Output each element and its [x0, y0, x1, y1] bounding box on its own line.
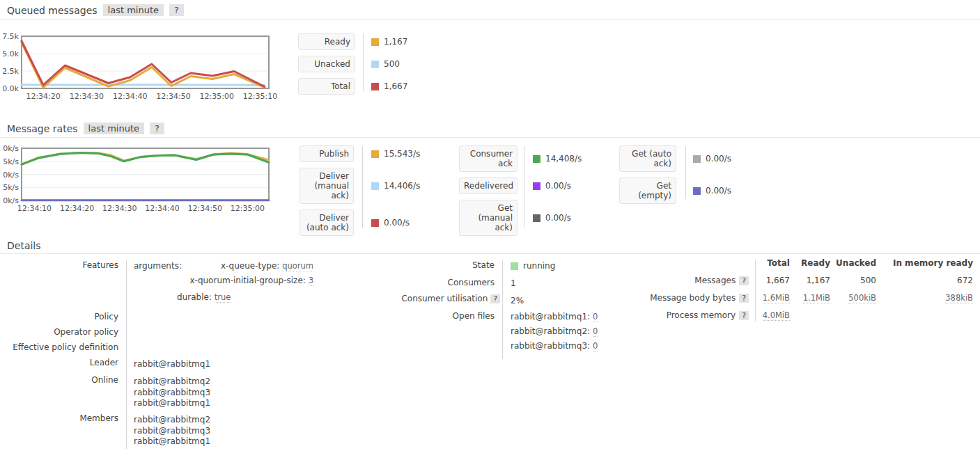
messages-table: TotalReadyUnackedIn memory readyMessages…	[651, 258, 973, 328]
table-value-text: 388kiB	[945, 293, 973, 303]
legend-row: Redelivered0.00/s	[459, 177, 582, 194]
durable-value: true	[215, 292, 231, 303]
node-name: rabbit@rabbitmq1	[134, 398, 210, 409]
queued-legend: Ready1,167Unacked500Total1,667	[298, 33, 407, 95]
legend-button[interactable]: Unacked	[298, 56, 355, 72]
svg-text:10k/s: 10k/s	[3, 170, 19, 180]
legend-value-text: 0.00/s	[706, 186, 731, 196]
effective-policy-label: Effective policy definition	[0, 342, 118, 352]
divider	[685, 146, 686, 199]
legend-value: 14,406/s	[371, 181, 420, 191]
open-files-node: rabbit@rabbitmq2:	[511, 326, 593, 336]
consumer-utilisation-help-icon[interactable]: ?	[490, 294, 500, 303]
details-title: Details	[7, 240, 41, 251]
legend-swatch-icon	[533, 182, 540, 190]
argument-row: x-queue-type: quorum	[174, 261, 313, 271]
table-value: 672	[876, 276, 973, 285]
rates-help-icon[interactable]: ?	[150, 122, 164, 134]
svg-text:12:34:20: 12:34:20	[60, 204, 94, 213]
svg-text:12:35:10: 12:35:10	[243, 92, 277, 101]
table-value-text: 500	[860, 276, 876, 285]
table-value-text: 1.6MiB	[763, 293, 790, 303]
legend-swatch-icon	[533, 155, 540, 163]
legend-button[interactable]: Total	[298, 78, 355, 95]
legend-value: 1,167	[371, 37, 407, 47]
divider	[362, 146, 363, 228]
table-value: 388kiB	[876, 293, 973, 303]
legend-value: 0.00/s	[533, 181, 571, 191]
table-value-text: 4.0MiB	[763, 310, 790, 321]
column-header: Unacked	[830, 258, 876, 268]
queued-time-range-tag[interactable]: last minute	[103, 4, 164, 16]
members-label: Members	[0, 413, 118, 423]
divider	[126, 260, 127, 449]
queued-messages-chart: 0.0k2.5k5.0k7.5k12:34:2012:34:3012:34:40…	[3, 32, 290, 106]
divider	[0, 137, 980, 138]
legend-button[interactable]: Ready	[298, 33, 355, 50]
legend-row: Deliver (auto ack)0.00/s	[300, 209, 420, 236]
legend-button[interactable]: Consumer ack	[459, 145, 518, 172]
row-label-text: Messages	[694, 276, 736, 285]
legend-button[interactable]: Get (manual ack)	[459, 200, 518, 236]
consumers-value: 1	[511, 278, 516, 288]
legend-row: Publish15,543/s	[300, 145, 420, 162]
rates-legend-col1: Publish15,543/sDeliver (manual ack)14,40…	[300, 145, 420, 236]
durable-row: durable: true	[134, 292, 308, 302]
open-files-count: 0	[593, 312, 598, 322]
divider	[524, 146, 524, 228]
argument-key: x-queue-type:	[221, 261, 279, 271]
legend-value: 500	[371, 59, 400, 69]
consumer-utilisation-label: Consumer utilisation ?	[376, 294, 500, 303]
legend-value: 0.00/s	[533, 213, 571, 223]
rates-legend-col2: Consumer ack14,408/sRedelivered0.00/sGet…	[459, 145, 582, 236]
svg-text:12:34:10: 12:34:10	[17, 204, 52, 213]
open-files-label: Open files	[376, 311, 495, 321]
svg-text:12:35:00: 12:35:00	[200, 92, 234, 101]
open-files-count: 0	[593, 341, 598, 351]
row-label: Messages?	[651, 276, 749, 285]
table-value: 1,667	[759, 276, 790, 285]
node-name: rabbit@rabbitmq1	[134, 436, 210, 447]
legend-value-text: 500	[384, 59, 400, 69]
queued-messages-header: Queued messages last minute ?	[7, 4, 184, 16]
legend-row: Consumer ack14,408/s	[459, 145, 582, 172]
rates-time-range-tag[interactable]: last minute	[84, 122, 144, 134]
legend-value: 1,667	[371, 81, 407, 91]
legend-value-text: 14,408/s	[545, 154, 582, 164]
table-value: 1,167	[790, 276, 830, 285]
members-node-list: rabbit@rabbitmq2rabbit@rabbitmq3rabbit@r…	[134, 415, 210, 447]
message-rates-title: Message rates	[7, 123, 78, 134]
legend-value-text: 1,167	[384, 37, 407, 47]
svg-text:2.5k: 2.5k	[3, 67, 20, 76]
node-name: rabbit@rabbitmq2	[134, 376, 210, 388]
legend-value: 0.00/s	[693, 186, 731, 196]
help-icon[interactable]: ?	[739, 294, 749, 303]
svg-text:12:34:50: 12:34:50	[156, 92, 190, 101]
divider	[755, 260, 756, 322]
state-value: running	[511, 261, 555, 271]
queued-help-icon[interactable]: ?	[169, 4, 184, 16]
help-icon[interactable]: ?	[739, 276, 749, 285]
legend-button[interactable]: Get (auto ack)	[619, 145, 676, 172]
legend-button[interactable]: Deliver (auto ack)	[300, 209, 354, 236]
queue-detail-page: Queued messages last minute ? 0.0k2.5k5.…	[0, 0, 980, 460]
features-label: Features	[0, 260, 118, 270]
help-icon[interactable]: ?	[739, 311, 749, 320]
table-value: 4.0MiB	[759, 310, 790, 320]
legend-button[interactable]: Publish	[300, 145, 354, 162]
state-label: State	[376, 260, 495, 270]
legend-value-text: 0.00/s	[545, 213, 571, 223]
details-header: Details	[7, 240, 41, 251]
legend-button[interactable]: Deliver (manual ack)	[300, 168, 354, 204]
svg-text:15k/s: 15k/s	[3, 157, 19, 166]
online-node-list: rabbit@rabbitmq2rabbit@rabbitmq3rabbit@r…	[134, 376, 210, 409]
legend-button[interactable]: Redelivered	[459, 177, 518, 194]
legend-row: Unacked500	[298, 56, 407, 72]
argument-row: x-quorum-initial-group-size: 3	[153, 276, 313, 285]
legend-swatch-icon	[371, 182, 379, 190]
legend-row: Get (manual ack)0.00/s	[459, 200, 582, 236]
legend-swatch-icon	[371, 61, 379, 68]
legend-button[interactable]: Get (empty)	[619, 177, 676, 204]
open-files-count: 0	[593, 326, 598, 337]
node-name: rabbit@rabbitmq3	[134, 388, 210, 399]
